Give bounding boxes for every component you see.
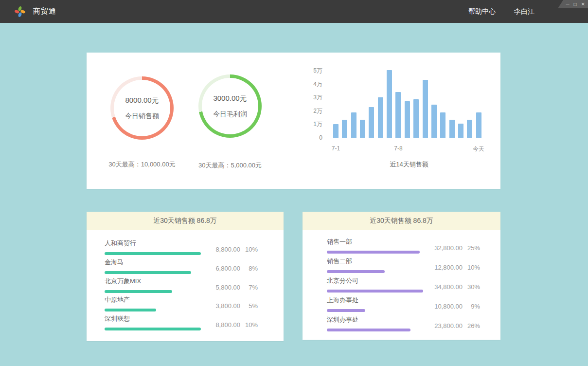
customer-rank-card: 近30天销售额 86.8万 人和商贸行8,800.0010%金海马6,800.0… (87, 212, 284, 341)
rank-item-percent: 8% (240, 265, 258, 272)
chart-bar[interactable] (333, 124, 339, 138)
rank-item-percent: 26% (463, 322, 480, 329)
chart-bar[interactable] (360, 120, 365, 138)
chart-x-tick: 7-8 (394, 145, 402, 152)
rank-item-value: 8,800.00 (205, 321, 240, 329)
rank-item-bar (327, 290, 423, 293)
chart-bar[interactable] (351, 112, 356, 138)
rank-item-bar (327, 329, 410, 331)
rank-item-value: 5,800.00 (205, 284, 240, 291)
chart-bar[interactable] (378, 97, 383, 138)
today-profit-donut: 3000.00元 今日毛利润 (198, 74, 262, 138)
rank-row: 深圳办事处23,800.0026% (327, 316, 487, 331)
chart-bar[interactable] (440, 112, 445, 138)
chart-y-tick: 3万 (288, 94, 322, 101)
user-name-link[interactable]: 李白江 (514, 7, 535, 16)
rank-item-value: 3,800.00 (205, 302, 240, 310)
department-rank-card: 近30天销售额 86.8万 销售一部32,800.0025%销售二部12,800… (303, 212, 500, 340)
chart-y-tick: 0 (288, 134, 322, 141)
chart-bar[interactable] (413, 99, 419, 138)
rank-item-bar (327, 270, 385, 273)
rank-item-percent: 5% (240, 302, 258, 310)
rank-item-bar (327, 251, 420, 254)
rank-item-value: 32,800.00 (428, 244, 463, 252)
chart-bar[interactable] (405, 101, 410, 138)
rank-item-bar (105, 328, 201, 330)
rank-item-value: 8,800.00 (205, 246, 240, 253)
help-center-link[interactable]: 帮助中心 (468, 7, 496, 16)
chart-x-tick: 今天 (473, 145, 484, 153)
today-sales-label: 今日销售额 (125, 112, 159, 121)
chart-y-tick: 1万 (288, 121, 322, 128)
rank-row: 销售二部12,800.0010% (327, 258, 487, 273)
rank-row: 金海马6,800.008% (105, 259, 265, 274)
rank-row: 深圳联想8,800.0010% (105, 315, 265, 330)
window-controls: ─ □ ✕ (558, 0, 588, 8)
department-rank-title: 近30天销售额 86.8万 (303, 212, 500, 230)
department-rank-list: 销售一部32,800.0025%销售二部12,800.0010%北京分公司34,… (303, 230, 500, 340)
profit-30day-max: 30天最高：5,000.00元 (177, 161, 284, 170)
rank-item-percent: 30% (463, 283, 480, 291)
today-profit-label: 今日毛利润 (213, 110, 247, 119)
rank-row: 销售一部32,800.0025% (327, 238, 487, 253)
rank-item-value: 34,800.00 (428, 283, 463, 291)
chart-bar[interactable] (449, 120, 455, 138)
rank-item-bar (105, 252, 201, 255)
chart-bar[interactable] (476, 112, 481, 138)
chart-bar[interactable] (458, 124, 463, 138)
rank-item-value: 23,800.00 (428, 322, 463, 329)
chart-x-tick: 7-1 (332, 145, 340, 152)
rank-item-value: 12,800.00 (428, 264, 463, 271)
chart-bar[interactable] (342, 120, 347, 138)
minimize-icon[interactable]: ─ (566, 2, 569, 7)
chart-bar[interactable] (423, 80, 428, 138)
chart-y-tick: 4万 (288, 81, 322, 88)
rank-item-percent: 10% (240, 321, 258, 329)
rank-row: 北京万象MIX5,800.007% (105, 278, 265, 293)
chart-y-tick: 2万 (288, 108, 322, 114)
chart-bar[interactable] (467, 120, 472, 138)
sales-14day-chart (333, 71, 485, 138)
chart-bar[interactable] (395, 92, 401, 138)
rank-item-bar (105, 271, 191, 274)
rank-row: 上海办事处10,800.009% (327, 297, 487, 311)
maximize-icon[interactable]: □ (574, 2, 577, 7)
rank-row: 中原地产3,800.005% (105, 296, 265, 311)
chart-bar[interactable] (369, 107, 374, 138)
rank-item-percent: 25% (463, 244, 480, 252)
rank-item-percent: 10% (240, 246, 258, 253)
rank-item-bar (105, 290, 172, 293)
chart-bar[interactable] (387, 70, 392, 138)
rank-item-percent: 7% (240, 284, 258, 291)
pinwheel-logo-icon (14, 5, 26, 18)
today-summary-card: 8000.00元 今日销售额 30天最高：10,000.00元 3000.00元… (87, 53, 500, 189)
chart-y-tick: 5万 (288, 67, 322, 74)
rank-item-value: 6,800.00 (205, 265, 240, 272)
rank-row: 人和商贸行8,800.0010% (105, 240, 265, 255)
today-sales-value: 8000.00元 (125, 96, 159, 105)
today-profit-value: 3000.00元 (213, 94, 247, 103)
rank-item-percent: 9% (463, 303, 480, 310)
customer-rank-title: 近30天销售额 86.8万 (87, 212, 284, 230)
chart-title: 近14天销售额 (333, 160, 485, 169)
close-icon[interactable]: ✕ (581, 2, 585, 7)
customer-rank-list: 人和商贸行8,800.0010%金海马6,800.008%北京万象MIX5,80… (87, 230, 284, 341)
rank-row: 北京分公司34,800.0030% (327, 277, 487, 292)
rank-item-percent: 10% (463, 264, 480, 271)
rank-item-bar (105, 309, 156, 311)
today-sales-donut: 8000.00元 今日销售额 (110, 76, 174, 140)
rank-item-value: 10,800.00 (428, 303, 463, 310)
chart-bar[interactable] (431, 105, 437, 138)
topbar: 商贸通 帮助中心 李白江 ─ □ ✕ (0, 0, 588, 23)
rank-item-bar (327, 309, 365, 312)
app-title: 商贸通 (33, 7, 56, 16)
